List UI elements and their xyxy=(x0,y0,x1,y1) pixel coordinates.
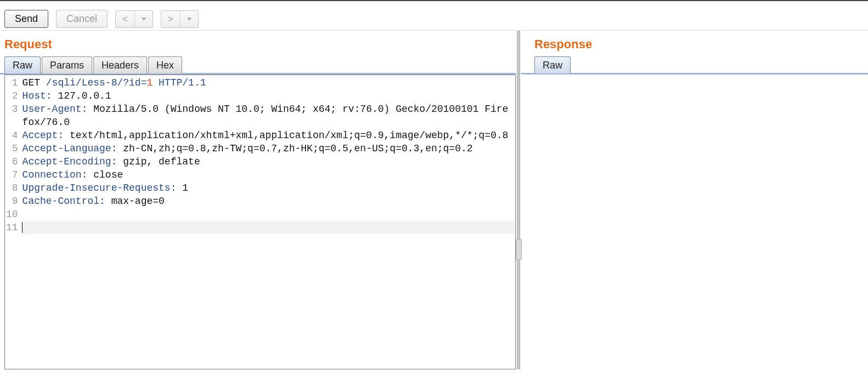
dropdown-indicator-icon xyxy=(134,11,153,27)
tab-raw[interactable]: Raw xyxy=(4,56,41,73)
tab-hex[interactable]: Hex xyxy=(148,56,182,73)
history-back-button[interactable]: < xyxy=(115,10,153,28)
response-panel: Response Raw xyxy=(521,31,868,369)
dropdown-indicator-icon xyxy=(180,11,198,27)
toolbar: Send Cancel < > xyxy=(0,4,868,30)
body-row: Request Raw Params Headers Hex 1 2 3 4 5… xyxy=(0,30,868,369)
request-title: Request xyxy=(0,31,516,56)
request-panel: Request Raw Params Headers Hex 1 2 3 4 5… xyxy=(0,31,516,369)
tab-params[interactable]: Params xyxy=(42,56,92,73)
tab-headers[interactable]: Headers xyxy=(93,56,147,73)
splitter-grip-icon xyxy=(516,239,522,260)
panel-splitter[interactable] xyxy=(516,31,521,369)
response-tab-raw[interactable]: Raw xyxy=(534,56,571,73)
request-code[interactable]: GET /sqli/Less-8/?id=1 HTTP/1.1Host: 127… xyxy=(20,75,515,369)
top-separator xyxy=(0,0,868,1)
request-tabs: Raw Params Headers Hex xyxy=(0,56,516,75)
response-title: Response xyxy=(521,31,868,56)
send-button[interactable]: Send xyxy=(4,10,48,28)
line-number-gutter: 1 2 3 4 5 6 7 8 9 10 11 xyxy=(5,75,20,369)
chevron-right-icon: > xyxy=(161,11,180,27)
cancel-button[interactable]: Cancel xyxy=(56,10,108,28)
chevron-left-icon: < xyxy=(116,11,134,27)
response-tabs: Raw xyxy=(521,56,868,75)
history-forward-button[interactable]: > xyxy=(161,10,199,28)
request-editor[interactable]: 1 2 3 4 5 6 7 8 9 10 11 GET /sqli/Less-8… xyxy=(4,75,516,369)
response-body[interactable] xyxy=(521,75,868,369)
